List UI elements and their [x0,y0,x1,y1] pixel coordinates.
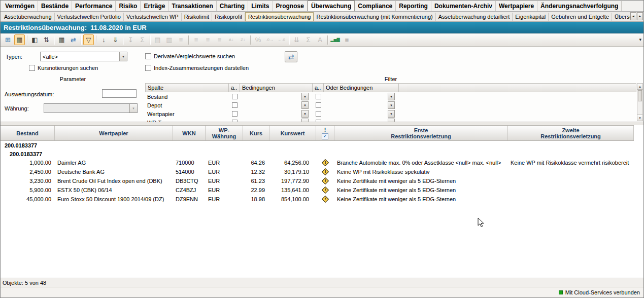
menu-item-wertpapiere[interactable]: Wertpapiere [496,1,537,11]
menu-item-nderungsnachverfolgung[interactable]: Änderungsnachverfolgung [537,1,622,11]
dropdown-arrow-button[interactable]: ▼ [388,101,395,109]
derivate-checkbox[interactable]: Derivate/Vergleichswerte suchen [145,53,235,59]
typen-select[interactable]: <alle> ▼ [40,52,127,61]
filter-icon[interactable]: ▽ [83,34,94,45]
menu-item-reporting[interactable]: Reporting [396,1,431,11]
column-header-bestand[interactable]: Bestand [1,126,55,140]
checkbox[interactable] [316,94,321,99]
menu-item-best-nde[interactable]: Bestände [38,1,72,11]
header-line: ! [324,127,326,133]
remove-decimal-icon: ←.0 [276,34,287,45]
tab-restriktions-berwachung-mit-kommentierung[interactable]: Restriktionsüberwachung (mit Kommentieru… [314,13,435,21]
header-line: Restriktionsverletzung [540,133,601,139]
dropdown-arrow-button[interactable]: ▼ [301,119,309,122]
checkbox[interactable] [232,111,238,117]
tab-verlustschwellen-wp[interactable]: Verlustschwellen WP [124,13,182,21]
header-line: Kurs [250,130,262,136]
tab-scroll-right-button[interactable]: ► [637,12,643,20]
cell-wertpapier: Brent Crude Oil Fut Index open end (DBK) [55,178,173,184]
calendar-icon[interactable]: ▦ [56,34,67,45]
tab-berschuss[interactable]: Überschuss [612,13,630,21]
dropdown-arrow-button[interactable]: ▼ [301,93,309,100]
chart-analysis-icon[interactable]: ▦ [14,34,25,45]
tab-asset-berwachung-detailliert[interactable]: Assetüberwachung detailliert [436,13,513,21]
column-header-zweite[interactable]: ZweiteRestriktionsverletzung [508,126,634,140]
checkbox[interactable] [232,102,238,108]
refresh-icon[interactable]: ⇄ [68,34,79,45]
cell-bestand: 1,000.00 [1,160,55,166]
dropdown-arrow-button[interactable]: ▼ [388,119,395,122]
cell-erste: Keine Zertifikate mit weniger als 5 EDG-… [334,178,508,184]
filter-and-cell [229,102,240,108]
dropdown-arrow-button[interactable]: ▼ [301,101,309,109]
column-header-kurswert[interactable]: Kurswert [269,126,316,140]
toolbar-separator [123,35,123,45]
refresh-search-button[interactable]: ⇄ [285,51,297,62]
sort-descending-icon: Z↓ [238,34,248,45]
tab-eigenkapital[interactable]: Eigenkapital [513,13,549,21]
menu-item-prognose[interactable]: Prognose [273,1,308,11]
table-row[interactable]: 45,000.00Euro Stoxx 50 Discount 1900 201… [1,195,643,204]
cell-kurs: 64.26 [243,160,269,166]
group-row[interactable]: 200.0183377 [1,141,643,150]
warning-column-filter-button[interactable]: ✓ [322,133,328,139]
tab-risikoprofil[interactable]: Risikoprofil [212,13,245,21]
bar-chart-icon[interactable]: ▂▅▇ [330,34,341,45]
menu-item-berwachung[interactable]: Überwachung [308,1,355,12]
tab-verlustschwellen-portfolio[interactable]: Verlustschwellen Portfolio [55,13,124,21]
chevron-down-icon: ▼ [129,104,137,113]
filter-table-scrollbar[interactable]: ▲ ▼ [637,83,643,121]
checkbox[interactable] [316,102,321,108]
column-header-wp-waehrung[interactable]: WP-Währung [206,126,243,140]
group-row[interactable]: 200.0183377 [1,150,643,158]
column-header-warn[interactable]: !✓ [316,126,334,140]
fill-down-icon[interactable]: ⇓ [110,34,121,45]
dropdown-arrow-button[interactable]: ▼ [388,93,395,100]
kursnotierungen-checkbox[interactable]: Kursnotierungen suchen [29,65,98,71]
table-row[interactable]: 1,000.00Daimler AG710000EUR64.2664,256.0… [1,158,643,167]
panel-layout-icon[interactable]: ◧ [29,34,40,45]
table-row[interactable]: 5,900.00ESTX 50 (CBK) 06/14CZ4BZJEUR22.9… [1,185,643,195]
scrollbar-thumb[interactable] [638,90,642,101]
checkbox-box [145,65,151,71]
checkbox[interactable] [316,120,321,122]
cell-kurswert: 854,100.00 [269,196,316,202]
menu-item-limits[interactable]: Limits [248,1,273,11]
column-header-kurs[interactable]: Kurs [243,126,269,140]
table-row[interactable]: 2,450.00Deutsche Bank AG514000EUR12.3230… [1,167,643,176]
menu-item-verm-gen[interactable]: Vermögen [2,1,38,11]
scroll-down-icon[interactable]: ▼ [637,115,642,121]
menu-item-ertr-ge[interactable]: Erträge [141,1,168,11]
tab-scroll-left-button[interactable]: ◄ [630,12,636,20]
column-header-wkn[interactable]: WKN [173,126,206,140]
toolbar-overflow-button[interactable]: ▾ [639,37,641,42]
tab-risikolimit[interactable]: Risikolimit [182,13,213,21]
tab-asset-berwachung[interactable]: Assetüberwachung [2,13,55,21]
column-header-erste[interactable]: ErsteRestriktionsverletzung [334,126,508,140]
tab-restriktions-berwachung[interactable]: Restriktionsüberwachung [245,12,314,21]
menu-item-charting[interactable]: Charting [217,1,248,11]
menu-item-compliance[interactable]: Compliance [355,1,396,11]
menu-item-performance[interactable]: Performance [72,1,116,11]
index-zusammensetzungen-checkbox[interactable]: Index-Zusammensetzungen darstellen [145,65,249,71]
cell-wertpapier: ESTX 50 (CBK) 06/14 [55,187,173,193]
merge-cells-icon: ▥ [164,34,175,45]
dropdown-arrow-button[interactable]: ▼ [388,110,395,118]
filter-row-label: WP-Typ [145,120,229,122]
column-header-wertpapier[interactable]: Wertpapier [55,126,173,140]
menu-item-dokumenten-archiv[interactable]: Dokumenten-Archiv [431,1,496,11]
dropdown-arrow-button[interactable]: ▼ [301,110,309,118]
menu-item-transaktionen[interactable]: Transaktionen [168,1,216,11]
checkbox[interactable] [316,111,321,117]
menu-item-risiko[interactable]: Risiko [116,1,141,11]
filter-and-cell [229,94,240,99]
swap-panels-icon[interactable]: ⇅ [41,34,52,45]
insert-row-icon[interactable]: ↓ [98,34,109,45]
checkbox[interactable] [232,94,238,99]
checkbox[interactable] [232,120,238,122]
table-row[interactable]: 3,230.00Brent Crude Oil Fut Index open e… [1,176,643,185]
export-table-icon[interactable]: ⊞ [3,34,13,45]
scroll-up-icon[interactable]: ▲ [637,84,642,90]
tab-geb-hren-und-entgelte[interactable]: Gebühren und Entgelte [549,13,612,21]
auswertungsdatum-input[interactable] [102,89,137,98]
